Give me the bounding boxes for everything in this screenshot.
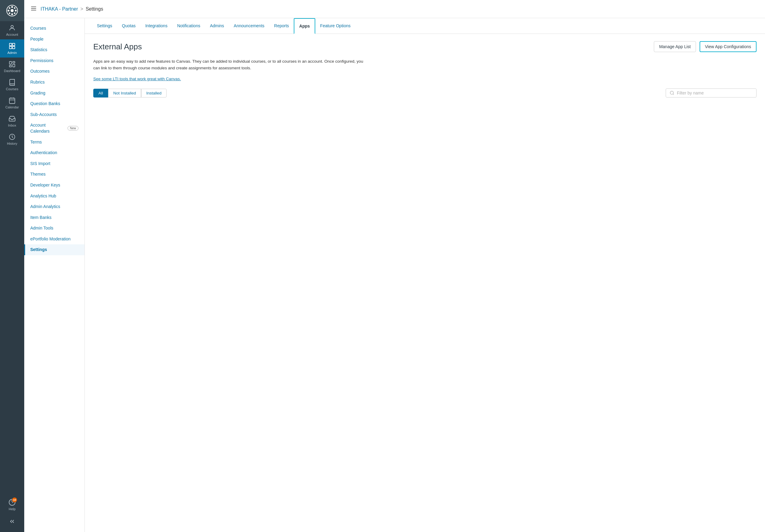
hamburger-menu[interactable]: [30, 5, 37, 13]
breadcrumb-current: Settings: [86, 6, 103, 12]
sidebar-item-admin[interactable]: Admin: [0, 39, 24, 58]
action-buttons: Manage App List View App Configurations: [654, 41, 757, 52]
external-apps-description: Apps are an easy way to add new features…: [93, 58, 366, 71]
sidebar-item-courses[interactable]: Courses: [0, 76, 24, 94]
tab-apps[interactable]: Apps: [294, 18, 315, 34]
tab-settings[interactable]: Settings: [92, 18, 117, 34]
secondary-nav-developer-keys[interactable]: Developer Keys: [24, 180, 85, 191]
help-badge-container: 10: [8, 499, 16, 506]
filter-not-installed-button[interactable]: Not Installed: [108, 89, 141, 98]
page-title-row: External Apps Manage App List View App C…: [93, 41, 757, 52]
app-logo[interactable]: [0, 0, 24, 21]
secondary-nav-account-calendars-row: Account Calendars New: [24, 120, 85, 137]
filter-installed-button[interactable]: Installed: [141, 89, 167, 98]
page-body: External Apps Manage App List View App C…: [85, 34, 765, 111]
manage-app-list-button[interactable]: Manage App List: [654, 41, 696, 52]
breadcrumb: ITHAKA - Partner > Settings: [41, 6, 103, 12]
svg-rect-16: [13, 62, 15, 63]
search-box[interactable]: [666, 88, 757, 98]
left-sidebar: Account Admin Dashboard Courses: [0, 0, 24, 532]
filter-row: All Not Installed Installed: [93, 88, 757, 98]
search-icon: [670, 91, 674, 95]
secondary-nav-item-banks[interactable]: Item Banks: [24, 212, 85, 223]
secondary-nav-settings[interactable]: Settings: [24, 245, 85, 255]
secondary-nav-analytics-hub[interactable]: Analytics Hub: [24, 191, 85, 202]
sidebar-item-dashboard[interactable]: Dashboard: [0, 58, 24, 76]
secondary-nav-question-banks[interactable]: Question Banks: [24, 98, 85, 109]
tab-integrations[interactable]: Integrations: [141, 18, 172, 34]
help-badge-count: 10: [12, 497, 17, 502]
breadcrumb-parent[interactable]: ITHAKA - Partner: [41, 6, 78, 12]
sidebar-label-help: Help: [9, 507, 16, 511]
svg-rect-14: [12, 46, 15, 49]
breadcrumb-separator: >: [81, 6, 83, 12]
svg-point-8: [9, 12, 10, 14]
secondary-nav-terms[interactable]: Terms: [24, 137, 85, 148]
content-area: Courses People Statistics Permissions Ou…: [24, 18, 765, 532]
svg-point-7: [14, 7, 15, 9]
svg-point-3: [11, 13, 13, 15]
sidebar-bottom: 10 Help: [0, 496, 24, 532]
secondary-nav-courses[interactable]: Courses: [24, 23, 85, 34]
svg-point-9: [14, 12, 15, 14]
page-content: Settings Quotas Integrations Notificatio…: [85, 18, 765, 532]
lti-tools-link[interactable]: See some LTI tools that work great with …: [93, 77, 181, 81]
main-area: ITHAKA - Partner > Settings Courses Peop…: [24, 0, 765, 532]
secondary-nav-rubrics[interactable]: Rubrics: [24, 77, 85, 88]
secondary-nav-statistics[interactable]: Statistics: [24, 45, 85, 55]
svg-rect-12: [12, 43, 15, 46]
search-input[interactable]: [677, 91, 753, 95]
view-app-configurations-button[interactable]: View App Configurations: [700, 41, 757, 52]
svg-rect-19: [9, 98, 15, 104]
svg-point-29: [670, 91, 673, 95]
svg-rect-18: [9, 65, 12, 67]
svg-line-30: [673, 94, 674, 95]
tab-announcements[interactable]: Announcements: [229, 18, 269, 34]
tab-feature-options[interactable]: Feature Options: [315, 18, 355, 34]
secondary-nav-sub-accounts[interactable]: Sub-Accounts: [24, 109, 85, 120]
secondary-nav-permissions[interactable]: Permissions: [24, 55, 85, 66]
svg-point-4: [8, 10, 9, 12]
secondary-nav-outcomes[interactable]: Outcomes: [24, 66, 85, 77]
secondary-nav-grading[interactable]: Grading: [24, 88, 85, 99]
svg-point-6: [9, 7, 10, 9]
top-header: ITHAKA - Partner > Settings: [24, 0, 765, 18]
sidebar-label-admin: Admin: [7, 51, 17, 55]
account-calendars-new-badge: New: [68, 126, 78, 131]
secondary-nav-people[interactable]: People: [24, 34, 85, 45]
tab-admins[interactable]: Admins: [205, 18, 229, 34]
secondary-nav-authentication[interactable]: Authentication: [24, 148, 85, 158]
sidebar-label-account: Account: [6, 33, 18, 36]
sidebar-item-calendar[interactable]: Calendar: [0, 94, 24, 112]
svg-rect-17: [13, 64, 15, 67]
secondary-nav-admin-tools[interactable]: Admin Tools: [24, 223, 85, 234]
filter-all-button[interactable]: All: [93, 89, 108, 98]
filter-tabs: All Not Installed Installed: [93, 89, 167, 98]
secondary-nav-sis-import[interactable]: SIS Import: [24, 158, 85, 169]
sidebar-label-history: History: [7, 142, 17, 145]
sidebar-item-account[interactable]: Account: [0, 21, 24, 39]
sidebar-label-courses: Courses: [6, 87, 18, 91]
sidebar-item-history[interactable]: History: [0, 130, 24, 148]
secondary-nav-themes[interactable]: Themes: [24, 169, 85, 180]
svg-point-10: [11, 25, 13, 28]
sidebar-label-inbox: Inbox: [8, 124, 16, 127]
secondary-nav-account-calendars[interactable]: Account Calendars: [30, 122, 65, 134]
sidebar-label-calendar: Calendar: [5, 105, 19, 109]
svg-point-1: [11, 9, 14, 12]
sidebar-item-inbox[interactable]: Inbox: [0, 112, 24, 130]
collapse-button[interactable]: [0, 514, 24, 529]
svg-rect-13: [9, 46, 12, 49]
sidebar-label-dashboard: Dashboard: [4, 69, 20, 73]
tab-quotas[interactable]: Quotas: [117, 18, 141, 34]
tab-bar: Settings Quotas Integrations Notificatio…: [85, 18, 765, 34]
svg-point-5: [15, 10, 17, 12]
secondary-nav-eportfolio[interactable]: ePortfolio Moderation: [24, 234, 85, 245]
svg-rect-15: [9, 62, 12, 64]
secondary-nav-admin-analytics[interactable]: Admin Analytics: [24, 201, 85, 212]
secondary-sidebar: Courses People Statistics Permissions Ou…: [24, 18, 85, 532]
sidebar-item-help[interactable]: 10 Help: [0, 496, 24, 514]
tab-reports[interactable]: Reports: [269, 18, 294, 34]
tab-notifications[interactable]: Notifications: [172, 18, 205, 34]
svg-point-2: [11, 6, 13, 8]
